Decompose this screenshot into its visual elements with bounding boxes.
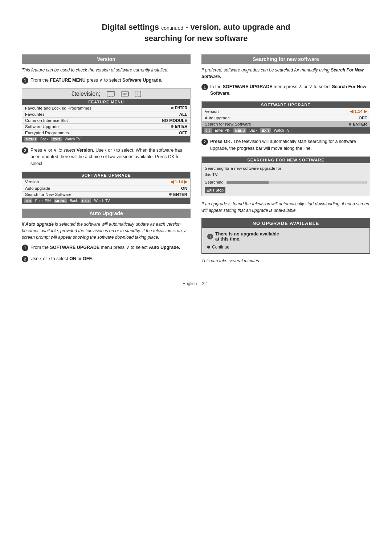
num-key2: 0-9 [204, 128, 212, 133]
sw-row-version: Version ◀ 1.14 ▶ [22, 178, 190, 185]
svg-text:i: i [137, 92, 138, 96]
search-line1: Searching for a new software upgrade for [205, 165, 367, 172]
feature-menu-title: FEATURE MENU [22, 99, 190, 105]
page-title: Digital settings continued - version, au… [22, 22, 370, 44]
menu-row-favourites: Favourites ALL [22, 111, 190, 118]
searching-header: Searching for new software [201, 54, 370, 64]
step-num-2: 2 [22, 147, 28, 154]
sw-row-auto-upgrade: Auto upgrade ON [22, 185, 190, 192]
searching-section: Searching for new software If prefered, … [201, 54, 370, 263]
auto-step-num-1: 1 [22, 245, 28, 251]
search-step-num-1: 1 [201, 84, 208, 90]
sw2-row-auto: Auto upgrade OFF [202, 115, 370, 121]
menu-key3: MENU [233, 128, 246, 133]
menu-row-favourites-lock: Favourite and Lock ed Programmes ENTER [22, 105, 190, 111]
sw-row-search: Search for New Software ENTER [22, 192, 190, 198]
menu-row-software-upgrade: Software Upgrade ENTER [22, 124, 190, 130]
auto-upgrade-header: Auto Upgrade [22, 209, 191, 218]
no-upgrade-title: NO UPGRADE AVAILABLE [202, 219, 369, 228]
svg-rect-4 [121, 92, 128, 96]
version-step2: 2 Press ∧ or ∨ to select Version. Use ⟨ … [22, 147, 191, 167]
searching-progress-title: SEARCHING FOR NEW SOFTWARE [202, 157, 370, 163]
sw2-menu-footer: 0-9 Enter PIN MENU Back EX T Watch TV [202, 127, 370, 134]
tv-icon [106, 91, 115, 98]
tv-icon: €television; [71, 91, 100, 98]
search-bar-row: Searching [205, 179, 367, 185]
exit-stop-row: EXIT Stop [205, 187, 367, 193]
info-circle-icon: i [207, 234, 213, 239]
continue-label: Continue [212, 245, 229, 250]
version-header: Version [22, 54, 191, 64]
exit-stop-button[interactable]: EXIT Stop [205, 187, 225, 193]
searching-progress-box: SEARCHING FOR NEW SOFTWARE Searching for… [201, 156, 370, 196]
ext-key2: EX T [260, 128, 271, 133]
svg-rect-0 [107, 91, 114, 96]
version-step1: 1 From the FEATURE MENU press ∨ to selec… [22, 77, 191, 84]
sw-upgrade-title: SOFTWARE UPGRADE [22, 172, 190, 178]
sw-upgrade-title2: SOFTWARE UPGRADE [202, 102, 370, 108]
upgrade-found-note: If an upgrade is found the television wi… [201, 201, 370, 214]
info-icon: i [135, 91, 141, 98]
sw-upgrade-box-search: SOFTWARE UPGRADE Version ◀ 1.14 ▶ Auto u… [201, 101, 370, 134]
search-step1-text: In the SOFTWARE UPGRADE menu press ∧ or … [210, 83, 370, 97]
auto-step2: 2 Use ⟨ or ⟩ to select ON or OFF. [22, 255, 191, 262]
sw-menu-footer: 0-9 Enter PIN MENU Back EX T Watch TV [22, 198, 190, 204]
num-key: 0-9 [24, 198, 32, 203]
page-number: English - 22 - [22, 281, 370, 286]
searching-intro: If prefered, software upgrades can be se… [201, 67, 370, 80]
search-progress-bar [226, 181, 367, 184]
continue-button[interactable]: Continue [207, 245, 364, 250]
auto-upgrade-section: Auto Upgrade If Auto upgrade is selected… [22, 209, 191, 262]
left-column: Version This feature can be used to chec… [22, 54, 191, 267]
no-upgrade-msg: i There is no upgrade available at this … [207, 231, 364, 242]
settings-icon [121, 91, 129, 98]
search-bar-fill [227, 181, 269, 184]
main-content: Version This feature can be used to chec… [22, 54, 370, 267]
footer-note: This can take several minutes. [201, 258, 370, 263]
auto-step-num-2: 2 [22, 256, 28, 262]
version-section: Version This feature can be used to chec… [22, 54, 191, 204]
feature-menu-box: €television; i FEATURE MENU Favourite [22, 88, 191, 143]
searching-label: Searching [205, 179, 224, 185]
auto-step1: 1 From the SOFTWARE UPGRADE menu press ∨… [22, 244, 191, 251]
search-step1: 1 In the SOFTWARE UPGRADE menu press ∧ o… [201, 83, 370, 97]
search-step2-text: Press OK. The television will automatica… [210, 138, 370, 152]
ext-key: EX T [81, 198, 91, 203]
version-step2-text: Press ∧ or ∨ to select Version. Use ⟨ or… [30, 147, 191, 167]
search-step-num-2: 2 [201, 139, 208, 145]
feature-menu-icons: €television; i [22, 89, 190, 99]
menu-row-common-interface: Common Interface Slot NO MODULE [22, 118, 190, 124]
sw2-row-version: Version ◀ 1.14 ▶ [202, 108, 370, 115]
sw-upgrade-box-version: SOFTWARE UPGRADE Version ◀ 1.14 ▶ Auto u… [22, 172, 191, 204]
feature-menu-footer: MENU Back EXIT Watch TV [22, 136, 190, 142]
continue-dot-icon [207, 246, 210, 249]
auto-upgrade-intro: If Auto upgrade is selected the software… [22, 221, 191, 241]
menu-key2: MENU [54, 198, 67, 203]
step-num-1: 1 [22, 77, 28, 84]
exit-key: EXIT [51, 137, 62, 141]
auto-step1-text: From the SOFTWARE UPGRADE menu press ∨ t… [30, 244, 191, 251]
no-upgrade-content: i There is no upgrade available at this … [202, 228, 369, 253]
auto-step2-text: Use ⟨ or ⟩ to select ON or OFF. [30, 255, 191, 262]
sw2-row-search: Search for New Software ENTER [202, 121, 370, 127]
no-upgrade-box: NO UPGRADE AVAILABLE i There is no upgra… [201, 218, 370, 254]
search-step2: 2 Press OK. The television will automati… [201, 138, 370, 152]
version-step1-text: From the FEATURE MENU press ∨ to select … [30, 77, 191, 84]
menu-key: MENU [24, 137, 37, 141]
version-intro: This feature can be used to check the ve… [22, 67, 191, 73]
menu-row-encrypted: Encrypted Programmes OFF [22, 130, 190, 136]
searching-progress-content: Searching for a new software upgrade for… [202, 163, 370, 196]
right-column: Searching for new software If prefered, … [201, 54, 370, 263]
search-line2: this TV. [205, 172, 367, 178]
